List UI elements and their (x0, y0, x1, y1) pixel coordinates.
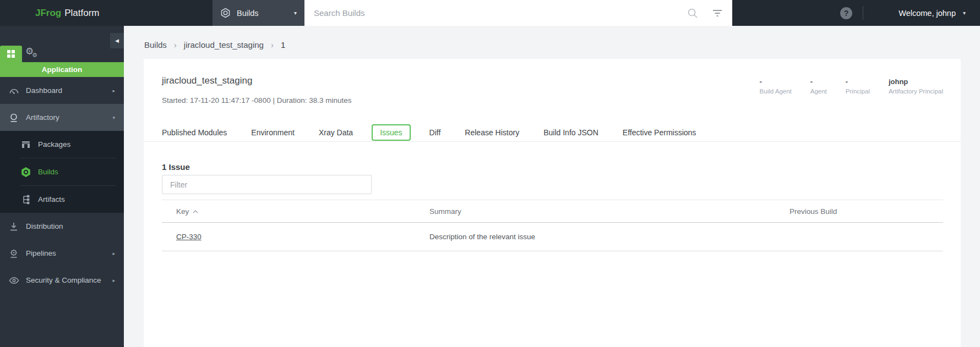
help-icon[interactable]: ? (840, 7, 852, 19)
issue-summary-cell: Description of the relevant issue (429, 233, 790, 241)
search-icon[interactable] (687, 8, 698, 19)
sidebar-collapse-button[interactable]: ◀ (110, 33, 124, 48)
sidebar-item-packages[interactable]: Packages (0, 131, 124, 158)
build-details-card: jiracloud_test_staging Started: 17-11-20… (144, 59, 961, 347)
sidebar-item-artifactory[interactable]: Artifactory ▾ (0, 104, 124, 131)
tab-diff[interactable]: Diff (429, 128, 441, 137)
issues-count-heading: 1 Issue (162, 162, 190, 172)
chevron-right-icon: ▸ (112, 88, 115, 93)
sidebar-tabstrip: ⚙ ⚙ (0, 46, 44, 62)
search-bar (304, 0, 732, 26)
tab-effective-permissions[interactable]: Effective Permissions (623, 128, 696, 137)
eye-icon (7, 275, 21, 286)
artifactory-icon (7, 112, 21, 123)
sort-ascending-icon[interactable] (193, 210, 198, 213)
meta-principal: - Principal (846, 78, 870, 95)
chevron-down-icon: ▾ (294, 10, 297, 16)
top-bar: JFrog Platform Builds ▾ ? Welcome, johnp… (0, 0, 980, 26)
build-tabs: Published Modules Environment Xray Data … (144, 123, 961, 142)
column-header-summary: Summary (429, 207, 790, 216)
artifactory-subnav: Packages Builds Artifacts (0, 131, 124, 213)
gauge-icon (7, 85, 21, 96)
tab-administration[interactable]: ⚙ ⚙ (22, 46, 44, 62)
breadcrumb-builds[interactable]: Builds (144, 40, 167, 49)
sidebar-item-label: Distribution (26, 222, 63, 230)
issue-key-cell: CP-330 (162, 233, 429, 241)
tab-build-info-json[interactable]: Build Info JSON (543, 128, 598, 137)
sidebar-item-label: Artifacts (38, 195, 65, 203)
artifacts-tree-icon (19, 194, 33, 205)
application-banner: Application (0, 62, 124, 77)
chevron-down-icon: ▾ (112, 115, 115, 120)
build-meta: - Build Agent - Agent - Principal johnp … (760, 78, 943, 95)
chevron-down-icon: ▾ (963, 10, 966, 16)
main-content: Builds › jiracloud_test_staging › 1 jira… (124, 26, 980, 347)
sidebar-item-artifacts[interactable]: Artifacts (0, 186, 124, 213)
meta-agent: - Agent (810, 78, 827, 95)
issues-filter-input[interactable] (162, 175, 372, 194)
user-menu[interactable]: Welcome, johnp ▾ (899, 0, 966, 26)
help-glyph: ? (844, 9, 849, 18)
topbar-divider (863, 6, 863, 20)
sidebar-item-label: Security & Compliance (26, 276, 101, 284)
sidebar-item-builds[interactable]: Builds (0, 158, 124, 185)
breadcrumb-separator: › (271, 40, 274, 49)
chevron-right-icon: ▸ (112, 278, 115, 283)
tab-release-history[interactable]: Release History (465, 128, 519, 137)
packages-icon (19, 139, 33, 150)
meta-value: - (846, 78, 870, 86)
column-header-label: Key (176, 207, 189, 216)
builds-hexagon-icon (19, 167, 33, 178)
tab-issues[interactable]: Issues (372, 124, 410, 141)
sidebar-item-label: Dashboard (26, 86, 62, 95)
sidebar-item-label: Pipelines (26, 249, 56, 257)
tab-published-modules[interactable]: Published Modules (162, 128, 227, 137)
meta-value: johnp (889, 78, 943, 86)
logo-product: Platform (64, 8, 99, 19)
sidebar-item-label: Artifactory (26, 113, 59, 122)
meta-label: Agent (810, 88, 827, 95)
meta-artifactory-principal: johnp Artifactory Principal (889, 78, 943, 95)
table-row: CP-330 Description of the relevant issue (162, 223, 943, 251)
distribution-download-icon (7, 221, 21, 232)
sidebar-item-pipelines[interactable]: Pipelines ▸ (0, 240, 124, 267)
sidebar-nav: Dashboard ▸ Artifactory ▾ Packages (0, 77, 124, 294)
sidebar-item-label: Builds (38, 168, 58, 176)
welcome-label: Welcome, johnp (899, 9, 956, 18)
grid-icon (7, 50, 15, 58)
jfrog-logo: JFrog Platform (35, 0, 100, 26)
sidebar-item-security-compliance[interactable]: Security & Compliance ▸ (0, 267, 124, 294)
meta-value: - (760, 78, 792, 86)
filter-icon[interactable] (712, 9, 722, 17)
sidebar-item-label: Packages (38, 140, 70, 148)
builds-hexagon-icon (220, 8, 231, 18)
meta-value: - (810, 78, 827, 86)
sidebar-item-dashboard[interactable]: Dashboard ▸ (0, 77, 124, 104)
meta-label: Artifactory Principal (889, 88, 943, 95)
meta-build-agent: - Build Agent (760, 78, 792, 95)
breadcrumb-build-number: 1 (281, 40, 285, 49)
issues-table-header: Key Summary Previous Build (162, 200, 943, 223)
breadcrumb-separator: › (174, 40, 177, 49)
meta-label: Principal (846, 88, 870, 95)
gear-icon: ⚙ (32, 52, 37, 58)
column-header-key[interactable]: Key (162, 207, 429, 216)
search-input[interactable] (304, 0, 687, 26)
collapse-left-icon: ◀ (115, 38, 119, 43)
build-title: jiracloud_test_staging (162, 75, 252, 86)
search-context-dropdown[interactable]: Builds ▾ (213, 0, 304, 26)
application-banner-label: Application (42, 65, 83, 74)
sidebar: ◀ ⚙ ⚙ Application Dashboard ▸ Artifactor… (0, 26, 124, 347)
breadcrumb: Builds › jiracloud_test_staging › 1 (144, 40, 285, 49)
column-header-previous-build: Previous Build (790, 207, 943, 216)
chevron-right-icon: ▸ (112, 251, 115, 256)
meta-label: Build Agent (760, 88, 792, 95)
breadcrumb-build-name[interactable]: jiracloud_test_staging (184, 40, 264, 49)
sidebar-item-distribution[interactable]: Distribution (0, 213, 124, 240)
context-dropdown-label: Builds (237, 9, 259, 18)
tab-xray-data[interactable]: Xray Data (319, 128, 353, 137)
tab-environment[interactable]: Environment (251, 128, 295, 137)
tab-application[interactable] (0, 46, 22, 62)
issue-key-link[interactable]: CP-330 (176, 233, 202, 241)
issues-table: Key Summary Previous Build CP-330 Descri… (162, 200, 943, 251)
